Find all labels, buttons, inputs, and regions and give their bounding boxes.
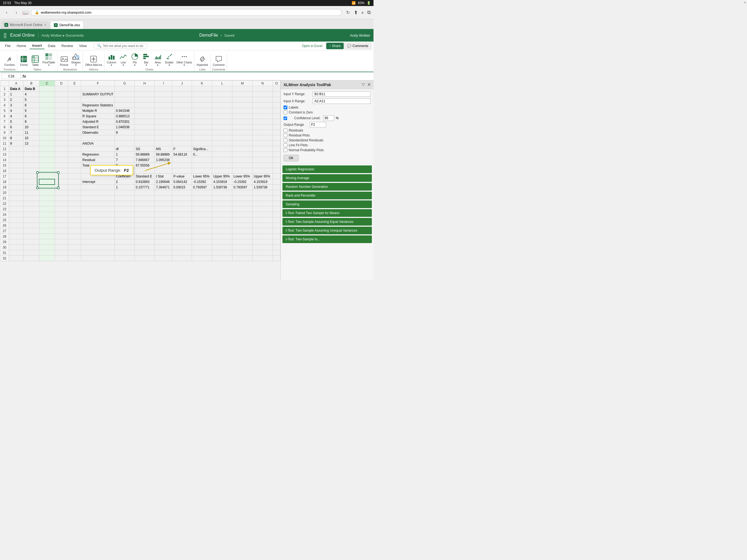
cell-F25[interactable] xyxy=(81,218,115,223)
cell-H10[interactable] xyxy=(134,135,155,141)
address-bar[interactable]: 🔒 wolberworks-my.sharepoint.com xyxy=(31,9,342,16)
cell-G30[interactable] xyxy=(114,245,134,250)
cell-M25[interactable] xyxy=(232,218,253,223)
cell-J16[interactable] xyxy=(172,168,192,174)
cell-A17[interactable] xyxy=(9,174,24,179)
tab-excel-online[interactable]: X Microsoft Excel Online ✕ xyxy=(1,21,50,29)
menu-home[interactable]: Home xyxy=(14,43,29,49)
cell-K9[interactable] xyxy=(192,130,212,135)
cell-B25[interactable] xyxy=(24,218,40,223)
cell-O19[interactable] xyxy=(273,184,280,190)
cell-C10[interactable] xyxy=(39,135,55,141)
line-chart-button[interactable]: Line ▼ xyxy=(118,51,129,67)
cell-J21[interactable] xyxy=(172,196,192,201)
cell-C25[interactable] xyxy=(39,218,55,223)
xlminer-list-item[interactable]: t-Test: Two-Sample fo... xyxy=(282,235,372,243)
cell-G31[interactable] xyxy=(114,250,134,256)
cell-G11[interactable] xyxy=(114,141,134,146)
cell-I15[interactable] xyxy=(155,163,172,168)
cell-H3[interactable] xyxy=(134,97,155,103)
waffle-icon[interactable]: ⣿ xyxy=(3,32,7,38)
cell-K17[interactable]: Lower 95% xyxy=(192,174,212,179)
cell-O9[interactable] xyxy=(273,130,280,135)
header-col-o[interactable]: O xyxy=(273,81,280,86)
cell-H20[interactable] xyxy=(134,190,155,196)
cell-O18[interactable] xyxy=(273,179,280,184)
header-col-l[interactable]: L xyxy=(212,81,232,86)
cell-F27[interactable] xyxy=(81,228,115,234)
cell-B16[interactable] xyxy=(24,168,40,174)
cell-K25[interactable] xyxy=(192,218,212,223)
cell-N30[interactable] xyxy=(252,245,273,250)
cell-D31[interactable] xyxy=(55,250,68,256)
function-button[interactable]: 𝑓x Function xyxy=(3,54,16,67)
standardized-residuals-checkbox[interactable] xyxy=(284,138,287,142)
cell-N20[interactable] xyxy=(252,190,273,196)
xlminer-list-item[interactable]: t-Test: Two-Sample Assuming Unequal Vari… xyxy=(282,227,372,234)
cell-I1[interactable] xyxy=(155,86,172,92)
cell-A13[interactable] xyxy=(9,152,24,157)
header-col-n[interactable]: N xyxy=(252,81,273,86)
cell-E19[interactable] xyxy=(68,184,81,190)
cell-C11[interactable] xyxy=(39,141,55,146)
constant-zero-checkbox[interactable] xyxy=(284,110,287,114)
cell-I27[interactable] xyxy=(155,228,172,234)
cell-D16[interactable] xyxy=(55,168,68,174)
cell-M14[interactable] xyxy=(232,157,253,163)
cell-H6[interactable] xyxy=(134,113,155,119)
cell-G18[interactable]: 2 xyxy=(114,179,134,184)
cell-A24[interactable] xyxy=(9,212,24,218)
cell-A5[interactable]: 4 xyxy=(9,108,24,113)
cell-A28[interactable] xyxy=(9,234,24,239)
back-button[interactable]: ‹ xyxy=(3,9,10,17)
cell-J13[interactable]: 54.68116 xyxy=(172,152,192,157)
cell-O28[interactable] xyxy=(273,234,280,239)
cell-J22[interactable] xyxy=(172,201,192,206)
cell-B23[interactable] xyxy=(24,206,40,212)
cell-N18[interactable]: 4.153919 xyxy=(252,179,273,184)
header-col-j[interactable]: J xyxy=(172,81,192,86)
cell-K20[interactable] xyxy=(192,190,212,196)
menu-file[interactable]: File xyxy=(2,43,14,49)
cell-N15[interactable] xyxy=(252,163,273,168)
cell-J5[interactable] xyxy=(172,108,192,113)
cell-I3[interactable] xyxy=(155,97,172,103)
cell-I28[interactable] xyxy=(155,234,172,239)
cell-I19[interactable]: 7.394671 xyxy=(155,184,172,190)
cell-D6[interactable] xyxy=(55,113,68,119)
cell-H26[interactable] xyxy=(134,223,155,228)
header-col-a[interactable]: A xyxy=(9,81,24,86)
cell-A32[interactable] xyxy=(9,256,24,261)
cell-K16[interactable] xyxy=(192,168,212,174)
cell-F1[interactable] xyxy=(81,86,115,92)
cell-G9[interactable]: 9 xyxy=(114,130,134,135)
cell-O29[interactable] xyxy=(273,239,280,245)
cell-G5[interactable]: 0.941548 xyxy=(114,108,134,113)
cell-L6[interactable] xyxy=(212,113,232,119)
cell-I7[interactable] xyxy=(155,119,172,124)
cell-M24[interactable] xyxy=(232,212,253,218)
normal-probability-checkbox[interactable] xyxy=(284,148,287,152)
cell-L2[interactable] xyxy=(212,92,232,97)
cell-N22[interactable] xyxy=(252,201,273,206)
cell-L22[interactable] xyxy=(212,201,232,206)
cell-L23[interactable] xyxy=(212,206,232,212)
cell-J27[interactable] xyxy=(172,228,192,234)
cell-H16[interactable] xyxy=(134,168,155,174)
cell-B10[interactable]: 10 xyxy=(24,135,40,141)
cell-K30[interactable] xyxy=(192,245,212,250)
cell-E14[interactable] xyxy=(68,157,81,163)
xlminer-list-item[interactable]: Random Number Generation xyxy=(282,183,372,190)
cell-C30[interactable] xyxy=(39,245,55,250)
xlminer-list-item[interactable]: Moving Average xyxy=(282,174,372,182)
cell-E8[interactable] xyxy=(68,124,81,130)
cell-N6[interactable] xyxy=(252,113,273,119)
cell-I4[interactable] xyxy=(155,103,172,108)
xlminer-list-item[interactable]: t-Test: Two-Sample Assuming Equal Varian… xyxy=(282,218,372,226)
cell-K8[interactable] xyxy=(192,124,212,130)
cell-J6[interactable] xyxy=(172,113,192,119)
cell-B5[interactable]: 5 xyxy=(24,108,40,113)
cell-D4[interactable] xyxy=(55,103,68,108)
cell-L17[interactable]: Upper 95% xyxy=(212,174,232,179)
cell-C6[interactable] xyxy=(39,113,55,119)
